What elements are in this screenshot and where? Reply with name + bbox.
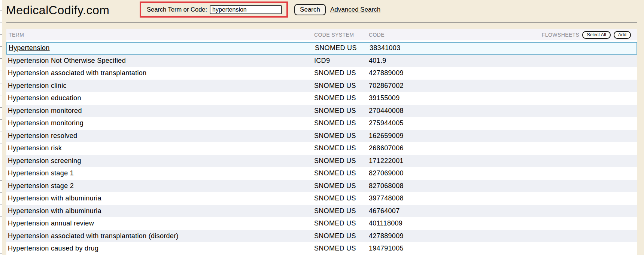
- term-cell[interactable]: Hypertension: [7, 44, 315, 52]
- table-row[interactable]: Hypertension associated with transplanta…: [6, 67, 637, 80]
- table-body: Hypertension SNOMED US 38341003 Hyperten…: [6, 42, 637, 255]
- viewport-edge-strip: [0, 0, 2, 255]
- search-label: Search Term or Code:: [147, 6, 207, 13]
- term-text[interactable]: Hypertension monitoring: [8, 119, 83, 127]
- column-header-term: TERM: [6, 32, 314, 38]
- code-cell: 162659009: [369, 132, 631, 140]
- code-cell: 275944005: [369, 119, 631, 127]
- code-system-cell: SNOMED US: [314, 232, 369, 240]
- term-cell[interactable]: Hypertension annual review: [6, 219, 314, 227]
- results-table: TERM CODE SYSTEM CODE FLOWSHEETS Select …: [6, 29, 637, 255]
- term-cell[interactable]: Hypertension clinic: [6, 82, 314, 90]
- term-text[interactable]: Hypertension education: [8, 94, 81, 102]
- term-text[interactable]: Hypertension screening: [8, 157, 81, 165]
- table-row[interactable]: Hypertension monitoring SNOMED US 275944…: [6, 117, 637, 130]
- code-cell: 427889009: [369, 69, 631, 77]
- code-cell: 427889009: [369, 232, 631, 240]
- term-text[interactable]: Hypertension associated with transplanta…: [8, 232, 179, 240]
- header-divider: [6, 22, 637, 23]
- table-row[interactable]: Hypertension clinic SNOMED US 702867002: [6, 80, 637, 92]
- term-text[interactable]: Hypertension resolved: [8, 132, 77, 139]
- column-header-flowsheets: FLOWSHEETS Select All Add: [542, 31, 637, 39]
- code-cell: 46764007: [369, 207, 631, 215]
- code-cell: 194791005: [369, 245, 631, 252]
- code-system-cell: SNOMED US: [314, 144, 369, 152]
- table-row[interactable]: Hypertension education SNOMED US 3915500…: [6, 92, 637, 105]
- table-row[interactable]: Hypertension with albuminuria SNOMED US …: [6, 192, 637, 205]
- code-cell: 827068008: [369, 182, 631, 190]
- term-cell[interactable]: Hypertension resolved: [6, 132, 314, 140]
- term-text[interactable]: Hypertension annual review: [8, 219, 94, 227]
- term-cell[interactable]: Hypertension associated with transplanta…: [6, 69, 314, 77]
- term-text[interactable]: Hypertension: [9, 44, 50, 52]
- code-system-cell: SNOMED US: [314, 132, 369, 140]
- term-cell[interactable]: Hypertension education: [6, 94, 314, 102]
- term-cell[interactable]: Hypertension monitored: [6, 107, 314, 115]
- code-system-cell: SNOMED US: [314, 169, 369, 177]
- table-row[interactable]: Hypertension stage 2 SNOMED US 827068008: [6, 180, 637, 193]
- code-cell: 397748008: [369, 194, 631, 202]
- term-cell[interactable]: Hypertension risk: [6, 144, 314, 152]
- search-button[interactable]: Search: [294, 4, 326, 15]
- code-cell: 270440008: [369, 107, 631, 115]
- term-text[interactable]: Hypertension monitored: [8, 107, 82, 114]
- column-header-code: CODE: [369, 32, 542, 38]
- table-row[interactable]: Hypertension monitored SNOMED US 2704400…: [6, 105, 637, 117]
- table-row[interactable]: Hypertension annual review SNOMED US 401…: [6, 217, 637, 230]
- code-system-cell: SNOMED US: [314, 219, 369, 227]
- search-input[interactable]: [210, 5, 282, 14]
- term-cell[interactable]: Hypertension associated with transplanta…: [6, 232, 314, 240]
- code-system-cell: SNOMED US: [315, 44, 370, 52]
- add-button[interactable]: Add: [614, 31, 631, 39]
- table-row[interactable]: Hypertension caused by drug SNOMED US 19…: [6, 242, 637, 255]
- term-text[interactable]: Hypertension caused by drug: [8, 245, 98, 252]
- table-row[interactable]: Hypertension Not Otherwise Specified ICD…: [6, 55, 637, 67]
- code-cell: 268607006: [369, 144, 631, 152]
- code-cell: 401118009: [369, 219, 631, 227]
- code-system-cell: SNOMED US: [314, 245, 369, 252]
- term-text[interactable]: Hypertension stage 1: [8, 169, 74, 177]
- select-all-button[interactable]: Select All: [582, 31, 610, 39]
- code-cell: 39155009: [369, 94, 631, 102]
- term-text[interactable]: Hypertension Not Otherwise Specified: [8, 57, 126, 64]
- table-row[interactable]: Hypertension associated with transplanta…: [6, 230, 637, 243]
- table-row[interactable]: Hypertension with albuminuria SNOMED US …: [6, 205, 637, 218]
- highlight-annotation-box: Search Term or Code:: [140, 1, 288, 18]
- code-system-cell: SNOMED US: [314, 207, 369, 215]
- table-row[interactable]: Hypertension risk SNOMED US 268607006: [6, 142, 637, 155]
- code-cell: 702867002: [369, 82, 631, 90]
- term-cell[interactable]: Hypertension monitoring: [6, 119, 314, 127]
- table-row[interactable]: Hypertension resolved SNOMED US 16265900…: [6, 130, 637, 142]
- flowsheets-label: FLOWSHEETS: [542, 32, 579, 38]
- code-system-cell: SNOMED US: [314, 157, 369, 165]
- table-row[interactable]: Hypertension stage 1 SNOMED US 827069000: [6, 167, 637, 180]
- term-cell[interactable]: Hypertension with albuminuria: [6, 194, 314, 202]
- code-system-cell: SNOMED US: [314, 69, 369, 77]
- table-header-row: TERM CODE SYSTEM CODE FLOWSHEETS Select …: [6, 29, 637, 40]
- term-text[interactable]: Hypertension with albuminuria: [8, 207, 101, 215]
- term-cell[interactable]: Hypertension screening: [6, 157, 314, 165]
- term-cell[interactable]: Hypertension Not Otherwise Specified: [6, 57, 314, 65]
- table-row[interactable]: Hypertension SNOMED US 38341003: [6, 42, 637, 55]
- term-cell[interactable]: Hypertension stage 1: [6, 169, 314, 177]
- table-row[interactable]: Hypertension screening SNOMED US 1712220…: [6, 155, 637, 168]
- term-text[interactable]: Hypertension with albuminuria: [8, 194, 101, 202]
- search-area: Search Term or Code: Search Advanced Sea…: [140, 1, 380, 18]
- term-text[interactable]: Hypertension stage 2: [8, 182, 74, 190]
- code-system-cell: SNOMED US: [314, 194, 369, 202]
- term-cell[interactable]: Hypertension caused by drug: [6, 245, 314, 252]
- code-system-cell: SNOMED US: [314, 119, 369, 127]
- term-text[interactable]: Hypertension associated with transplanta…: [8, 69, 146, 77]
- code-cell: 401.9: [369, 57, 631, 65]
- code-system-cell: SNOMED US: [314, 82, 369, 90]
- code-system-cell: SNOMED US: [314, 107, 369, 115]
- term-text[interactable]: Hypertension risk: [8, 144, 62, 152]
- code-system-cell: SNOMED US: [314, 94, 369, 102]
- code-system-cell: ICD9: [314, 57, 369, 65]
- term-cell[interactable]: Hypertension with albuminuria: [6, 207, 314, 215]
- term-cell[interactable]: Hypertension stage 2: [6, 182, 314, 190]
- code-cell: 827069000: [369, 169, 631, 177]
- code-cell: 38341003: [370, 44, 630, 52]
- term-text[interactable]: Hypertension clinic: [8, 82, 67, 89]
- advanced-search-link[interactable]: Advanced Search: [330, 6, 380, 13]
